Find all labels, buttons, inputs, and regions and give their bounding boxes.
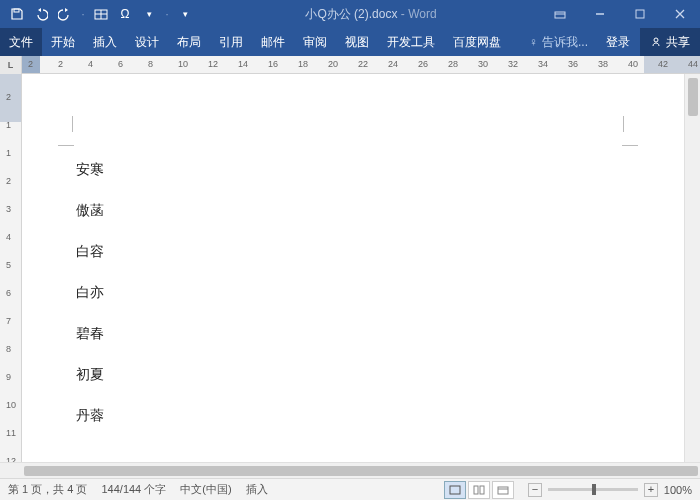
table-icon[interactable] — [90, 3, 112, 25]
doc-line[interactable]: 安寒 — [76, 162, 104, 176]
tab-references[interactable]: 引用 — [210, 28, 252, 56]
zoom-level[interactable]: 100% — [664, 484, 692, 496]
close-icon[interactable] — [660, 0, 700, 28]
zoom-in-button[interactable]: + — [644, 483, 658, 497]
share-button[interactable]: 共享 — [640, 28, 700, 56]
crop-mark — [623, 116, 624, 132]
doc-line[interactable]: 碧春 — [76, 326, 104, 340]
omega-icon[interactable]: Ω — [114, 3, 136, 25]
ruler-tick: 1 — [6, 148, 11, 158]
vertical-scrollbar[interactable] — [684, 74, 700, 462]
ruler-tick: 14 — [238, 59, 248, 69]
ruler-tick: 12 — [6, 456, 16, 462]
tab-mailings[interactable]: 邮件 — [252, 28, 294, 56]
zoom-slider[interactable] — [548, 488, 638, 491]
maximize-icon[interactable] — [620, 0, 660, 28]
login-button[interactable]: 登录 — [596, 28, 640, 56]
qat-separator: · — [78, 8, 88, 20]
status-mode[interactable]: 插入 — [246, 482, 268, 497]
ruler-tick: 2 — [6, 176, 11, 186]
ribbon-tabs: 文件 开始 插入 设计 布局 引用 邮件 审阅 视图 开发工具 百度网盘 ♀ 告… — [0, 28, 700, 56]
ruler-tick: 32 — [508, 59, 518, 69]
scrollbar-thumb[interactable] — [24, 466, 698, 476]
status-words[interactable]: 144/144 个字 — [101, 482, 166, 497]
doc-name: 小Q办公 (2).docx — [305, 7, 397, 21]
document-content[interactable]: 安寒傲菡白容白亦碧春初夏丹蓉 — [76, 162, 104, 449]
doc-line[interactable]: 丹蓉 — [76, 408, 104, 422]
ruler-tick: 34 — [538, 59, 548, 69]
title-bar: · Ω ▾ · ▾ 小Q办公 (2).docx - Word — [0, 0, 700, 28]
ruler-tick: 6 — [6, 288, 11, 298]
view-read-icon[interactable] — [468, 481, 490, 499]
view-web-icon[interactable] — [492, 481, 514, 499]
qat-separator: · — [162, 8, 172, 20]
status-language[interactable]: 中文(中国) — [180, 482, 231, 497]
ruler-tick: 40 — [628, 59, 638, 69]
svg-rect-5 — [450, 486, 460, 494]
svg-point-4 — [654, 38, 658, 42]
tell-me[interactable]: ♀ 告诉我... — [521, 28, 596, 56]
svg-rect-2 — [555, 12, 565, 18]
view-buttons — [444, 481, 514, 499]
workspace: 2112345678910111213 安寒傲菡白容白亦碧春初夏丹蓉 — [0, 74, 700, 462]
doc-line[interactable]: 初夏 — [76, 367, 104, 381]
ruler-tick: 2 — [58, 59, 63, 69]
window-title: 小Q办公 (2).docx - Word — [202, 6, 540, 23]
ruler-tick: 20 — [328, 59, 338, 69]
tab-file[interactable]: 文件 — [0, 28, 42, 56]
tab-layout[interactable]: 布局 — [168, 28, 210, 56]
scrollbar-thumb[interactable] — [688, 78, 698, 116]
save-icon[interactable] — [6, 3, 28, 25]
tab-developer[interactable]: 开发工具 — [378, 28, 444, 56]
zoom-thumb[interactable] — [592, 484, 596, 495]
ruler-tick: 2 — [6, 92, 11, 102]
ruler-tick: 30 — [478, 59, 488, 69]
ruler-tick: 28 — [448, 59, 458, 69]
ruler-tick: 7 — [6, 316, 11, 326]
tab-insert[interactable]: 插入 — [84, 28, 126, 56]
view-print-layout-icon[interactable] — [444, 481, 466, 499]
tab-baidu[interactable]: 百度网盘 — [444, 28, 510, 56]
ruler-corner: L — [0, 56, 22, 74]
status-page[interactable]: 第 1 页，共 4 页 — [8, 482, 87, 497]
ruler-tick: 36 — [568, 59, 578, 69]
share-label: 共享 — [666, 34, 690, 51]
ruler-tick: 10 — [6, 400, 16, 410]
lightbulb-icon: ♀ — [529, 35, 538, 49]
ruler-tick: 1 — [6, 120, 11, 130]
tell-me-label: 告诉我... — [542, 34, 588, 51]
undo-icon[interactable] — [30, 3, 52, 25]
tab-home[interactable]: 开始 — [42, 28, 84, 56]
ruler-tick: 12 — [208, 59, 218, 69]
tab-view[interactable]: 视图 — [336, 28, 378, 56]
horizontal-scrollbar[interactable] — [0, 462, 700, 478]
crop-mark — [58, 130, 74, 146]
ruler-tick: 24 — [388, 59, 398, 69]
minimize-icon[interactable] — [580, 0, 620, 28]
tab-review[interactable]: 审阅 — [294, 28, 336, 56]
ruler-tick: 4 — [6, 232, 11, 242]
doc-line[interactable]: 白容 — [76, 244, 104, 258]
zoom-out-button[interactable]: − — [528, 483, 542, 497]
horizontal-ruler[interactable]: L 22468101214161820222426283032343638404… — [0, 56, 700, 74]
crop-mark — [622, 130, 638, 146]
svg-rect-3 — [636, 10, 644, 18]
tab-design[interactable]: 设计 — [126, 28, 168, 56]
qat-more-icon[interactable]: ▾ — [174, 3, 196, 25]
share-icon — [650, 36, 662, 48]
status-bar: 第 1 页，共 4 页 144/144 个字 中文(中国) 插入 − + 100… — [0, 478, 700, 500]
document-area[interactable]: 安寒傲菡白容白亦碧春初夏丹蓉 — [22, 74, 684, 462]
ruler-tick: 9 — [6, 372, 11, 382]
ribbon-options-icon[interactable] — [540, 0, 580, 28]
ruler-tick: 6 — [118, 59, 123, 69]
doc-line[interactable]: 白亦 — [76, 285, 104, 299]
ruler-tick: 5 — [6, 260, 11, 270]
ruler-tick: 11 — [6, 428, 16, 438]
vertical-ruler[interactable]: 2112345678910111213 — [0, 74, 22, 462]
ruler-tick: 10 — [178, 59, 188, 69]
redo-icon[interactable] — [54, 3, 76, 25]
quick-access-toolbar: · Ω ▾ · ▾ — [0, 3, 202, 25]
ruler-tick: 8 — [6, 344, 11, 354]
qat-dropdown-icon[interactable]: ▾ — [138, 3, 160, 25]
doc-line[interactable]: 傲菡 — [76, 203, 104, 217]
